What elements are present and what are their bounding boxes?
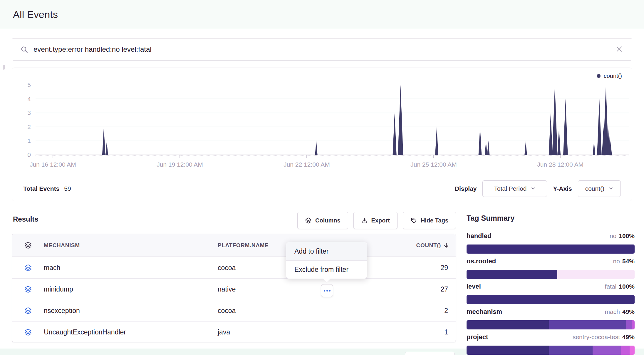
chevron-down-icon bbox=[531, 186, 536, 191]
tag-icon bbox=[410, 217, 417, 224]
total-events-value: 59 bbox=[64, 185, 71, 192]
tag-bar-segment[interactable] bbox=[467, 245, 635, 254]
tag-summary-entry: os.rooted no54% bbox=[467, 257, 635, 279]
tag-name: level bbox=[467, 283, 481, 290]
display-label: Display bbox=[455, 185, 477, 192]
tag-bar-segment[interactable] bbox=[557, 270, 635, 279]
cell-mechanism[interactable]: mach bbox=[44, 264, 218, 272]
svg-text:4: 4 bbox=[27, 96, 31, 102]
total-events-label: Total Events bbox=[23, 185, 59, 192]
tag-top-value: no bbox=[613, 258, 620, 264]
yaxis-select[interactable]: count() bbox=[578, 180, 621, 197]
tag-bar-segment[interactable] bbox=[467, 346, 549, 355]
tag-summary-entry: level fatal100% bbox=[467, 283, 635, 304]
tag-bar-segment[interactable] bbox=[630, 346, 635, 355]
tag-bar-segment[interactable] bbox=[632, 320, 635, 329]
svg-text:3: 3 bbox=[27, 109, 31, 116]
tag-bar-segment[interactable] bbox=[626, 320, 632, 329]
tag-bar-segment[interactable] bbox=[621, 346, 630, 355]
results-toolbar: ColumnsExportHide Tags bbox=[12, 212, 456, 229]
all-events-page: All Events event.type:error handled:no l… bbox=[0, 0, 644, 355]
cell-count[interactable]: 1 bbox=[335, 328, 456, 336]
svg-text:0: 0 bbox=[27, 151, 31, 158]
cell-mechanism[interactable]: UncaughtExceptionHandler bbox=[44, 328, 218, 336]
svg-text:Jun 19 12:00 AM: Jun 19 12:00 AM bbox=[157, 161, 203, 168]
stack-icon[interactable] bbox=[24, 285, 32, 293]
svg-text:1: 1 bbox=[27, 137, 31, 144]
toolbar-button-hide-tags[interactable]: Hide Tags bbox=[403, 212, 456, 229]
svg-text:Jun 25 12:00 AM: Jun 25 12:00 AM bbox=[410, 161, 457, 168]
tag-summary-title: Tag Summary bbox=[467, 214, 514, 222]
results-table: MECHANISM PLATFORM.NAME COUNT() mach coc… bbox=[12, 234, 456, 342]
search-bar[interactable]: event.type:error handled:no level:fatal bbox=[12, 38, 632, 61]
tag-top-value: no bbox=[610, 232, 616, 239]
table-row: mach cocoa 29 bbox=[12, 257, 456, 278]
stack-icon[interactable] bbox=[24, 264, 32, 272]
menu-item-add-to-filter[interactable]: Add to filter bbox=[286, 242, 367, 260]
tag-top-percent: 49% bbox=[622, 334, 635, 340]
cell-mechanism[interactable]: minidump bbox=[44, 285, 218, 293]
cell-actions-button[interactable] bbox=[321, 284, 333, 297]
yaxis-label: Y-Axis bbox=[553, 185, 572, 192]
tag-distribution-bar[interactable] bbox=[467, 245, 635, 254]
yaxis-select-value: count() bbox=[585, 185, 604, 192]
tag-summary-entry: mechanism mach49% bbox=[467, 308, 635, 329]
legend-dot-icon bbox=[597, 74, 601, 78]
svg-text:Jun 16 12:00 AM: Jun 16 12:00 AM bbox=[30, 161, 76, 168]
tag-summary-panel: Tag Summary handled no100% os.rooted no5… bbox=[467, 209, 635, 355]
tag-bar-segment[interactable] bbox=[593, 346, 621, 355]
stack-icon[interactable] bbox=[24, 307, 32, 315]
tag-bar-segment[interactable] bbox=[549, 320, 626, 329]
toolbar-button-export[interactable]: Export bbox=[353, 212, 398, 229]
events-chart-panel: count() 012345Jun 16 12:00 AMJun 19 12:0… bbox=[12, 68, 632, 201]
stack-icon bbox=[24, 241, 32, 249]
legend-label: count() bbox=[604, 73, 622, 79]
events-area-chart[interactable]: 012345Jun 16 12:00 AMJun 19 12:00 AMJun … bbox=[12, 68, 632, 175]
tag-bar-segment[interactable] bbox=[467, 295, 635, 304]
toolbar-button-columns[interactable]: Columns bbox=[297, 212, 348, 229]
table-header-row: MECHANISM PLATFORM.NAME COUNT() bbox=[12, 234, 456, 257]
tag-distribution-bar[interactable] bbox=[467, 346, 635, 355]
tag-name: mechanism bbox=[467, 308, 502, 316]
tag-bar-segment[interactable] bbox=[467, 270, 557, 279]
tag-top-value: mach bbox=[605, 308, 620, 315]
search-input[interactable]: event.type:error handled:no level:fatal bbox=[33, 45, 152, 53]
tag-bar-segment[interactable] bbox=[467, 320, 549, 329]
close-icon bbox=[615, 45, 623, 53]
cell-platform[interactable]: native bbox=[218, 285, 335, 293]
cell-platform[interactable]: cocoa bbox=[218, 307, 335, 315]
pagination-buttons[interactable] bbox=[405, 352, 455, 355]
clear-search-button[interactable] bbox=[615, 45, 624, 54]
tag-summary-entry: handled no100% bbox=[467, 232, 635, 254]
tag-distribution-bar[interactable] bbox=[467, 320, 635, 329]
tag-name: os.rooted bbox=[467, 257, 496, 265]
table-body: mach cocoa 29 minidump native 27 nsexcep… bbox=[12, 257, 456, 343]
stack-icon[interactable] bbox=[24, 328, 32, 336]
cell-count[interactable]: 27 bbox=[335, 285, 456, 293]
tag-top-percent: 49% bbox=[622, 308, 635, 315]
panel-resize-handle[interactable] bbox=[3, 65, 5, 70]
chevron-down-icon bbox=[608, 186, 613, 191]
tag-top-percent: 100% bbox=[619, 283, 635, 290]
tag-top-percent: 100% bbox=[619, 232, 635, 239]
tag-distribution-bar[interactable] bbox=[467, 295, 635, 304]
ellipsis-icon bbox=[324, 290, 325, 292]
cell-mechanism[interactable]: nsexception bbox=[44, 307, 218, 315]
tag-top-value: sentry-cocoa-test bbox=[573, 334, 620, 340]
tag-name: project bbox=[467, 333, 488, 341]
table-row: UncaughtExceptionHandler java 1 bbox=[12, 321, 456, 343]
cell-count[interactable]: 2 bbox=[335, 307, 456, 315]
chart-legend[interactable]: count() bbox=[597, 73, 622, 79]
download-icon bbox=[361, 217, 368, 224]
display-select[interactable]: Total Period bbox=[482, 180, 547, 197]
cell-actions-menu: Add to filterExclude from filter bbox=[286, 242, 367, 279]
tag-distribution-bar[interactable] bbox=[467, 270, 635, 279]
cell-platform[interactable]: java bbox=[218, 328, 335, 336]
tag-bar-segment[interactable] bbox=[549, 346, 593, 355]
table-row: nsexception cocoa 2 bbox=[12, 300, 456, 321]
tag-summary-entry: project sentry-cocoa-test49% bbox=[467, 333, 635, 355]
table-row: minidump native 27 bbox=[12, 278, 456, 300]
column-header-mechanism[interactable]: MECHANISM bbox=[44, 242, 218, 249]
arrow-down-icon bbox=[443, 242, 449, 248]
svg-text:Jun 22 12:00 AM: Jun 22 12:00 AM bbox=[284, 161, 330, 168]
